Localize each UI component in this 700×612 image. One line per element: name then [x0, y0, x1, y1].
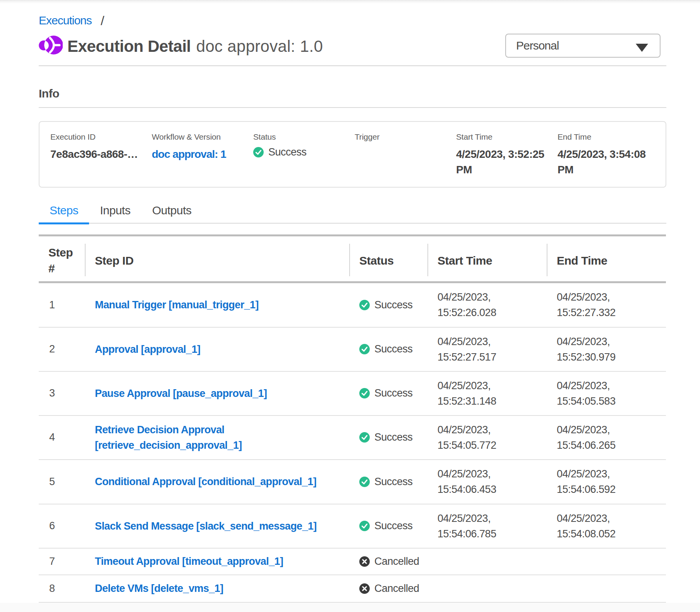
info-label: Workflow & Version	[152, 132, 253, 142]
start-date: 04/25/2023,	[438, 511, 539, 526]
step-row-3: 3Pause Approval [pause_approval_1]Succes…	[39, 371, 666, 415]
status-label: Success	[374, 387, 413, 399]
workflow-version-link[interactable]: doc approval: 1	[152, 147, 253, 162]
step-id-link[interactable]: Pause Approval [pause_approval_1]	[95, 386, 267, 401]
tab-label: Outputs	[141, 204, 202, 217]
step-status-cell: Success	[350, 327, 428, 371]
chevron-down-icon	[636, 44, 648, 52]
start-date: 04/25/2023,	[438, 378, 539, 393]
step-id-link[interactable]: Retrieve Decision Approval [retrieve_dec…	[95, 422, 342, 453]
steps-table: Step #Step IDStatusStart TimeEnd Time 1M…	[39, 234, 666, 603]
step-start-time-cell: 04/25/2023,15:54:06.785	[428, 504, 547, 548]
start-date: 04/25/2023,	[438, 289, 539, 305]
step-number: 6	[39, 504, 85, 548]
end-date: 04/25/2023,	[557, 466, 658, 482]
start-time: 15:52:31.148	[438, 393, 539, 409]
step-id-link[interactable]: Conditional Approval [conditional_approv…	[95, 474, 316, 489]
page-subtitle: doc approval: 1.0	[196, 37, 323, 56]
end-time: 15:54:06.592	[557, 482, 658, 497]
column-header-start-time: Start Time	[428, 236, 547, 282]
step-id-link[interactable]: Delete VMs [delete_vms_1]	[95, 581, 223, 596]
column-header-label: Start Time	[438, 254, 492, 267]
info-value: 4/25/2023, 3:52:25 PM	[456, 147, 558, 178]
steps-table-header-row: Step #Step IDStatusStart TimeEnd Time	[39, 236, 666, 282]
end-date: 04/25/2023,	[557, 334, 658, 349]
status-text: Success	[268, 146, 307, 158]
status-wrap: Success	[359, 343, 420, 355]
column-header-step-: Step #	[39, 236, 85, 282]
info-label: End Time	[558, 132, 659, 142]
step-id-link[interactable]: Timeout Approval [timeout_approval_1]	[95, 554, 283, 569]
success-check-icon	[359, 521, 370, 531]
tab-label: Inputs	[89, 204, 141, 217]
step-start-time-cell: 04/25/2023,15:52:31.148	[428, 371, 547, 415]
cancelled-x-icon	[359, 583, 370, 594]
tab-inputs[interactable]: Inputs	[89, 204, 141, 224]
step-end-time-cell: 04/25/2023,15:54:06.592	[547, 460, 666, 504]
workspace-select-value: Personal	[516, 39, 559, 52]
step-status-cell: Success	[350, 415, 428, 460]
step-number: 7	[39, 548, 85, 575]
workspace-select[interactable]: Personal	[505, 34, 661, 58]
top-toolbar-edge	[0, 0, 700, 3]
step-id-cell: Slack Send Message [slack_send_message_1…	[85, 504, 350, 548]
tab-label: Steps	[39, 204, 89, 217]
step-status-cell: Success	[350, 460, 428, 504]
step-start-time-cell: 04/25/2023,15:52:26.028	[428, 282, 547, 327]
step-id-cell: Manual Trigger [manual_trigger_1]	[85, 282, 350, 327]
step-id-cell: Conditional Approval [conditional_approv…	[85, 460, 350, 504]
column-header-end-time: End Time	[547, 236, 666, 282]
step-status-cell: Success	[350, 504, 428, 548]
info-field-end-time: End Time4/25/2023, 3:54:08 PM	[558, 132, 659, 187]
step-start-time-cell: 04/25/2023,15:54:06.453	[428, 460, 547, 504]
execution-detail-page: Executions / Execution Detail doc approv…	[0, 14, 700, 612]
step-row-8: 8Delete VMs [delete_vms_1]Cancelled	[39, 575, 666, 602]
step-id-cell: Delete VMs [delete_vms_1]	[85, 575, 350, 602]
info-label: Execution ID	[50, 132, 152, 142]
success-check-icon	[359, 432, 370, 443]
execution-status: Success	[253, 146, 355, 158]
step-status-cell: Cancelled	[350, 548, 428, 575]
column-header-label: Status	[359, 254, 394, 267]
step-end-time-cell: 04/25/2023,15:54:08.052	[547, 504, 666, 548]
step-start-time-cell: 04/25/2023,15:52:27.517	[428, 327, 547, 371]
breadcrumb: Executions /	[39, 14, 666, 27]
step-number: 8	[39, 575, 85, 602]
info-label: Trigger	[355, 132, 456, 142]
info-field-trigger: Trigger	[355, 132, 456, 187]
step-id-link[interactable]: Approval [approval_1]	[95, 342, 200, 357]
info-value: 4/25/2023, 3:54:08 PM	[558, 147, 659, 178]
header-separator	[547, 244, 547, 276]
status-label: Success	[374, 299, 413, 311]
tab-steps[interactable]: Steps	[39, 204, 89, 224]
end-date: 04/25/2023,	[557, 511, 658, 526]
step-status-cell: Cancelled	[350, 575, 428, 602]
start-time: 15:52:27.517	[438, 349, 539, 365]
step-start-time-cell: 04/25/2023,15:54:05.772	[428, 415, 547, 460]
step-id-link[interactable]: Manual Trigger [manual_trigger_1]	[95, 297, 259, 313]
info-field-workflow-version: Workflow & Versiondoc approval: 1	[152, 132, 253, 187]
info-field-execution-id: Execution ID7e8ac396-a868-…	[50, 132, 152, 187]
step-end-time-cell: 04/25/2023,15:54:05.583	[547, 371, 666, 415]
start-date: 04/25/2023,	[438, 466, 539, 482]
status-wrap: Cancelled	[359, 556, 420, 568]
info-label: Start Time	[456, 132, 558, 142]
step-id-cell: Retrieve Decision Approval [retrieve_dec…	[85, 415, 350, 460]
status-wrap: Success	[359, 431, 420, 443]
end-time: 15:54:08.052	[557, 526, 658, 542]
success-check-icon	[253, 147, 264, 157]
breadcrumb-executions-link[interactable]: Executions	[39, 14, 92, 27]
title-row: Execution Detail doc approval: 1.0 Perso…	[39, 34, 666, 58]
end-time: 15:54:06.265	[557, 438, 658, 453]
success-check-icon	[359, 477, 370, 487]
step-row-2: 2Approval [approval_1]Success04/25/2023,…	[39, 327, 666, 371]
title-divider	[39, 65, 666, 66]
step-id-cell: Pause Approval [pause_approval_1]	[85, 371, 350, 415]
start-time: 15:54:06.785	[438, 526, 539, 542]
step-id-link[interactable]: Slack Send Message [slack_send_message_1…	[95, 518, 317, 534]
success-check-icon	[359, 344, 370, 354]
step-id-cell: Timeout Approval [timeout_approval_1]	[85, 548, 350, 575]
status-label: Cancelled	[374, 583, 419, 595]
start-time: 15:54:05.772	[438, 438, 539, 453]
tab-outputs[interactable]: Outputs	[141, 204, 202, 224]
